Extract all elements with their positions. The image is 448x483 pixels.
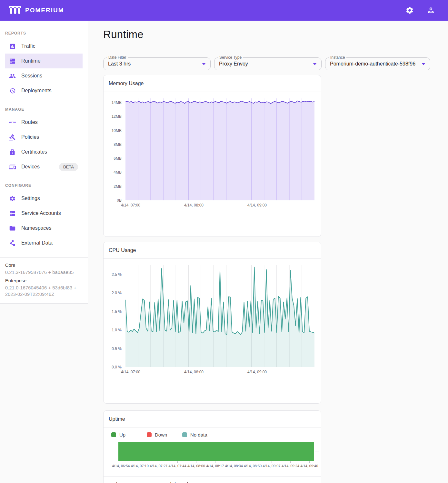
cpu-x-axis: 4/14, 07:004/14, 08:004/14, 09:00	[125, 369, 314, 375]
cpu-y-axis: 0.0 %0.5 %1.0 %1.5 %2.0 %2.5 %	[104, 265, 124, 367]
traffic-chart-icon	[9, 43, 16, 50]
sessions-people-icon	[9, 73, 16, 79]
date-filter-value: Last 3 hrs	[108, 61, 199, 67]
sidebar-item-certificates[interactable]: Certificates	[5, 145, 83, 159]
legend-item-down: Down	[147, 432, 182, 438]
down-swatch	[147, 432, 152, 437]
pomerium-logo	[9, 5, 21, 15]
beta-badge: BETA	[59, 163, 78, 171]
legend-item-nodata: No data	[182, 432, 218, 438]
sidebar-item-traffic[interactable]: Traffic	[5, 39, 83, 54]
page-title: Runtime	[103, 28, 431, 41]
certificates-lock-icon	[9, 149, 16, 156]
core-version-value: 0.21.3-1679587076 + ba0aae35	[5, 269, 83, 276]
section-label-manage: MANAGE	[5, 107, 88, 112]
uptime-bar-wrap: 4/14, 06:544/14, 07:104/14, 07:274/14, 0…	[118, 442, 314, 469]
version-info: Core 0.21.3-1679587076 + ba0aae35 Enterp…	[0, 257, 88, 303]
memory-plot	[125, 98, 314, 200]
settings-gear-icon[interactable]	[405, 6, 414, 15]
instance-select[interactable]: Instance Pomerium-demo-authenticate-598f…	[325, 57, 430, 70]
sidebar-item-label: Runtime	[21, 58, 41, 64]
settings-gear-icon	[9, 195, 16, 202]
sidebar-item-policies[interactable]: Policies	[5, 130, 83, 145]
sidebar-item-routes[interactable]: HTTP Routes	[5, 115, 83, 130]
memory-usage-title: Memory Usage	[104, 75, 321, 92]
sidebar-item-label: Settings	[21, 196, 40, 201]
app-bar: POMERIUM	[0, 0, 448, 21]
core-version-label: Core	[5, 262, 83, 268]
memory-usage-chart: 0B2MB4MB6MB8MB10MB12MB14MB 4/14, 07:004/…	[104, 92, 321, 215]
cpu-usage-card: CPU Usage 0.0 %0.5 %1.0 %1.5 %2.0 %2.5 %…	[103, 242, 321, 404]
uptime-legend: Up Down No data	[111, 432, 321, 438]
sidebar-item-label: Traffic	[21, 43, 35, 49]
sidebar-item-external-data[interactable]: External Data	[5, 236, 83, 250]
account-person-icon[interactable]	[427, 6, 435, 15]
filter-bar: Date Filter Last 3 hrs Service Type Prox…	[103, 57, 431, 70]
chevron-down-icon	[422, 63, 425, 65]
enterprise-version-value: 0.21.0-1676045406 + 53d6bf83 + 2023-02-0…	[5, 285, 83, 297]
sidebar-item-label: Certificates	[21, 149, 47, 155]
deployments-history-icon	[9, 87, 16, 94]
up-swatch	[111, 432, 116, 437]
sidebar-item-label: Service Accounts	[21, 210, 61, 216]
devices-icon	[9, 164, 16, 170]
sidebar-item-sessions[interactable]: Sessions	[5, 68, 83, 83]
section-label-configure: CONFIGURE	[5, 183, 88, 188]
memory-usage-card: Memory Usage 0B2MB4MB6MB8MB10MB12MB14MB …	[103, 75, 321, 237]
sidebar-item-label: Namespaces	[21, 225, 51, 231]
cpu-usage-chart: 0.0 %0.5 %1.0 %1.5 %2.0 %2.5 % 4/14, 07:…	[104, 259, 321, 382]
namespaces-folder-icon	[9, 225, 16, 232]
uptime-tick-labels: 4/14, 06:544/14, 07:104/14, 07:274/14, 0…	[118, 464, 314, 469]
brand[interactable]: POMERIUM	[9, 5, 64, 15]
uptime-chart: Up Down No data 4/14, 06:544/14, 0	[104, 428, 321, 483]
chevron-down-icon	[313, 63, 317, 65]
up-label: Up	[119, 432, 125, 438]
brand-name: POMERIUM	[25, 7, 64, 14]
sidebar-item-runtime[interactable]: Runtime	[5, 54, 83, 68]
no-data-label: No data	[190, 432, 207, 438]
memory-y-axis: 0B2MB4MB6MB8MB10MB12MB14MB	[104, 98, 124, 200]
uptime-stats: uptime rate total downtime 100.0 %	[104, 476, 321, 483]
service-accounts-storage-icon	[9, 210, 16, 217]
sidebar-item-namespaces[interactable]: Namespaces	[5, 221, 83, 236]
sidebar-item-settings[interactable]: Settings	[5, 191, 83, 206]
sidebar-item-label: Deployments	[21, 88, 51, 94]
down-label: Down	[155, 432, 167, 438]
total-downtime-label: total downtime	[161, 481, 195, 483]
date-filter-label: Date Filter	[107, 55, 128, 60]
external-data-polyline-icon	[9, 240, 16, 247]
cpu-usage-title: CPU Usage	[104, 242, 321, 259]
sidebar-item-label: Devices	[21, 164, 40, 170]
instance-label: Instance	[329, 55, 346, 60]
sidebar-item-deployments[interactable]: Deployments	[5, 83, 83, 98]
main-content: Runtime Date Filter Last 3 hrs Service T…	[88, 21, 448, 483]
chevron-down-icon	[202, 63, 206, 65]
legend-item-up: Up	[111, 432, 147, 438]
uptime-card: Uptime Up Down No data	[103, 410, 321, 483]
section-label-reports: REPORTS	[5, 31, 88, 35]
memory-x-axis: 4/14, 07:004/14, 08:004/14, 09:00	[125, 202, 314, 208]
instance-value: Pomerium-demo-authenticate-598f96	[330, 61, 419, 67]
sidebar-item-label: External Data	[21, 240, 53, 246]
service-type-label: Service Type	[218, 55, 243, 60]
policies-gavel-icon	[9, 134, 16, 141]
sidebar: REPORTS Traffic Runtime Sessions Deploym…	[0, 21, 88, 304]
sidebar-item-service-accounts[interactable]: Service Accounts	[5, 206, 83, 221]
sidebar-item-label: Routes	[21, 119, 38, 125]
uptime-rate-label: uptime rate	[109, 481, 161, 483]
sidebar-item-label: Policies	[21, 134, 39, 140]
service-type-value: Proxy Envoy	[219, 61, 310, 67]
runtime-storage-icon	[9, 58, 16, 65]
no-data-swatch	[182, 432, 187, 437]
uptime-title: Uptime	[104, 411, 321, 428]
date-filter-select[interactable]: Date Filter Last 3 hrs	[103, 57, 211, 70]
sidebar-item-label: Sessions	[21, 73, 42, 79]
routes-http-icon: HTTP	[9, 119, 16, 126]
uptime-ticks	[118, 461, 314, 463]
uptime-status-bar	[118, 442, 314, 461]
bar-end-mark	[315, 451, 319, 451]
cpu-plot	[125, 265, 314, 367]
enterprise-version-label: Enterprise	[5, 277, 83, 284]
sidebar-item-devices[interactable]: Devices BETA	[5, 159, 83, 174]
service-type-select[interactable]: Service Type Proxy Envoy	[214, 57, 322, 70]
